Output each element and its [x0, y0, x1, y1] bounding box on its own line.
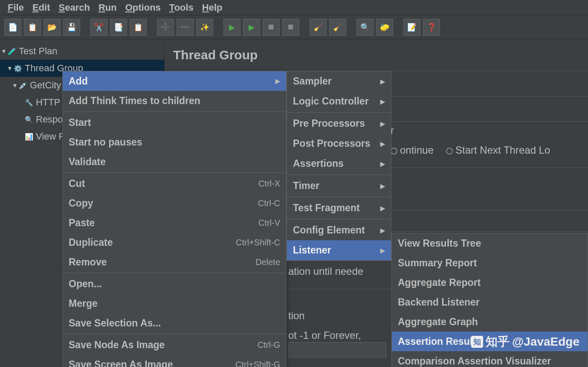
templates-icon[interactable]: 📋: [24, 19, 41, 36]
add-submenu: Sampler▶Logic Controller▶Pre Processors▶…: [287, 71, 391, 261]
panel-title: Thread Group: [173, 48, 588, 62]
submenu-item-listener[interactable]: Listener▶: [287, 240, 391, 260]
ctx-item-add-think-times-to-children[interactable]: Add Think Times to children: [63, 91, 286, 111]
ctx-item-save-screen-as-image[interactable]: Save Screen As ImageCtrl+Shift-G: [63, 355, 286, 367]
ctx-item-start[interactable]: Start: [63, 113, 286, 132]
tree-label: Respo: [36, 114, 63, 125]
new-icon[interactable]: 📄: [4, 19, 21, 36]
ctx-item-cut[interactable]: CutCtrl-X: [63, 174, 286, 193]
wand-icon[interactable]: ✨: [196, 19, 213, 36]
ctx-item-add[interactable]: Add▶: [63, 71, 286, 91]
ctx-item-merge[interactable]: Merge: [63, 294, 286, 313]
open-icon[interactable]: 📂: [43, 19, 61, 36]
input-box[interactable]: [288, 342, 386, 358]
listener-item-aggregate-graph[interactable]: Aggregate Graph: [392, 312, 588, 332]
tree-label: Test Plan: [19, 46, 58, 57]
ctx-item-remove[interactable]: RemoveDelete: [63, 252, 286, 272]
start-no-pause-icon[interactable]: ▶: [243, 19, 260, 36]
radio-start-next[interactable]: Start Next Thread Lo: [446, 144, 550, 156]
submenu-item-logic-controller[interactable]: Logic Controller▶: [287, 91, 391, 111]
menu-tools[interactable]: Tools: [166, 0, 197, 15]
submenu-item-assertions[interactable]: Assertions▶: [287, 154, 391, 174]
submenu-item-config-element[interactable]: Config Element▶: [287, 220, 391, 240]
stop-icon[interactable]: ⏹: [263, 19, 280, 36]
listener-item-comparison-assertion-visualizer[interactable]: Comparison Assertion Visualizer: [392, 351, 588, 367]
minus-icon[interactable]: ➖: [177, 19, 194, 36]
ctx-item-save-selection-as-[interactable]: Save Selection As...: [63, 313, 286, 333]
radio-continue[interactable]: ontinue: [391, 144, 434, 156]
menu-edit[interactable]: Edit: [29, 0, 54, 15]
tree-label: GetCity: [30, 80, 61, 91]
menu-options[interactable]: Options: [122, 0, 164, 15]
menubar: File Edit Search Run Options Tools Help: [0, 0, 588, 15]
function-icon[interactable]: 📝: [403, 19, 420, 36]
chevron-down-icon: ▼: [1, 48, 7, 55]
reset-search-icon[interactable]: 🧽: [376, 19, 393, 36]
ctx-item-duplicate[interactable]: DuplicateCtrl+Shift-C: [63, 233, 286, 252]
menu-run[interactable]: Run: [95, 0, 120, 15]
watermark: 知 知乎 @JavaEdge: [471, 334, 579, 350]
partial-text: tion: [288, 310, 305, 322]
partial-text: ation until neede: [288, 265, 363, 277]
plus-icon[interactable]: ➕: [157, 19, 174, 36]
tree-label: View R: [36, 131, 65, 142]
submenu-item-pre-processors[interactable]: Pre Processors▶: [287, 114, 391, 134]
flask-icon: 🧪: [8, 47, 16, 55]
tree-label: HTTP: [36, 97, 60, 108]
submenu-item-test-fragment[interactable]: Test Fragment▶: [287, 198, 391, 218]
pipette-icon: 💉: [19, 82, 27, 90]
ctx-item-open-[interactable]: Open...: [63, 274, 286, 294]
ctx-item-save-node-as-image[interactable]: Save Node As ImageCtrl-G: [63, 335, 286, 355]
wrench-icon: 🔧: [25, 99, 33, 107]
start-icon[interactable]: ▶: [223, 19, 240, 36]
gear-icon: ⚙️: [14, 64, 22, 73]
paste-icon[interactable]: 📋: [130, 19, 147, 36]
assertion-icon: 🔍: [25, 116, 33, 124]
shutdown-icon[interactable]: ⏹: [282, 19, 299, 36]
context-menu: Add▶Add Think Times to childrenStartStar…: [62, 71, 287, 367]
listener-item-view-results-tree[interactable]: View Results Tree: [392, 233, 588, 253]
submenu-item-sampler[interactable]: Sampler▶: [287, 71, 391, 91]
listener-item-backend-listener[interactable]: Backend Listener: [392, 292, 588, 312]
ctx-item-copy[interactable]: CopyCtrl-C: [63, 193, 286, 213]
partial-text: ot -1 or Forever,: [288, 329, 361, 341]
help-icon[interactable]: ❓: [423, 19, 440, 36]
tree-test-plan[interactable]: ▼ 🧪 Test Plan: [0, 43, 164, 60]
toolbar: 📄 📋 📂 💾 ✂️ 📑 📋 ➕ ➖ ✨ ▶ ▶ ⏹ ⏹ 🧹 🧹 🔍 🧽 📝 ❓: [0, 15, 588, 39]
chevron-down-icon: ▼: [12, 82, 18, 89]
submenu-item-timer[interactable]: Timer▶: [287, 176, 391, 196]
chart-icon: 📊: [25, 133, 33, 141]
ctx-item-validate[interactable]: Validate: [63, 152, 286, 172]
menu-file[interactable]: File: [4, 0, 27, 15]
ctx-item-start-no-pauses[interactable]: Start no pauses: [63, 132, 286, 152]
ctx-item-paste[interactable]: PasteCtrl-V: [63, 213, 286, 233]
save-icon[interactable]: 💾: [63, 19, 80, 36]
chevron-down-icon: ▼: [7, 65, 13, 72]
clear-all-icon[interactable]: 🧹: [329, 19, 346, 36]
listener-item-aggregate-report[interactable]: Aggregate Report: [392, 273, 588, 292]
submenu-item-post-processors[interactable]: Post Processors▶: [287, 134, 391, 154]
menu-search[interactable]: Search: [55, 0, 93, 15]
listener-item-summary-report[interactable]: Summary Report: [392, 253, 588, 273]
zhihu-icon: 知: [471, 336, 483, 348]
clear-icon[interactable]: 🧹: [310, 19, 327, 36]
search-icon[interactable]: 🔍: [356, 19, 374, 36]
cut-icon[interactable]: ✂️: [90, 19, 107, 36]
copy-icon[interactable]: 📑: [110, 19, 127, 36]
menu-help[interactable]: Help: [199, 0, 226, 15]
